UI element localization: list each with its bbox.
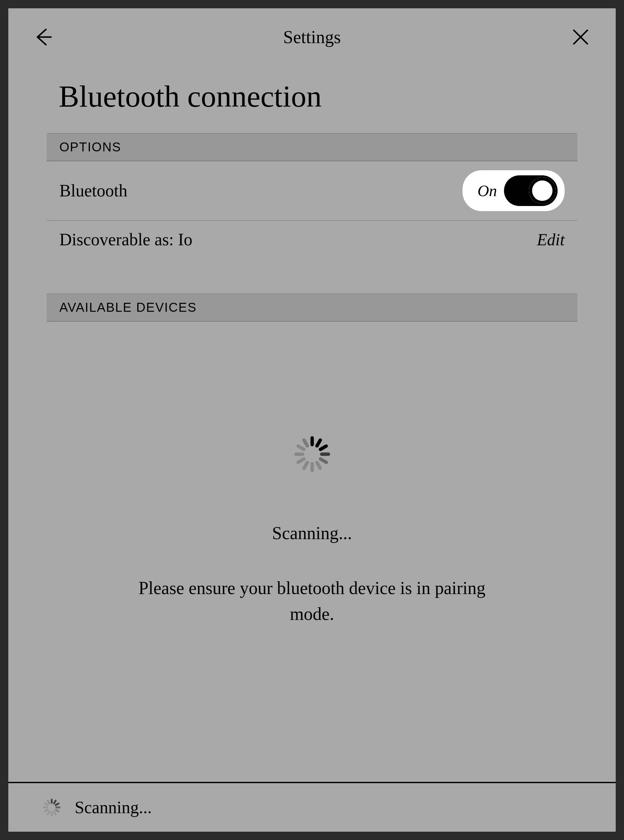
options-section: OPTIONS Bluetooth On Discoverable as: Io…: [8, 133, 616, 258]
bluetooth-label: Bluetooth: [59, 181, 127, 201]
svg-line-7: [317, 440, 320, 446]
svg-line-20: [56, 804, 59, 805]
bluetooth-toggle[interactable]: On: [462, 170, 565, 211]
svg-line-25: [48, 811, 49, 814]
svg-line-4: [298, 446, 304, 450]
toggle-knob-icon: [529, 177, 556, 204]
svg-line-23: [54, 811, 56, 814]
discoverable-label: Discoverable as: Io: [59, 230, 193, 249]
svg-line-5: [304, 440, 307, 446]
svg-line-19: [54, 801, 56, 804]
svg-line-10: [320, 459, 326, 463]
svg-line-8: [320, 446, 326, 450]
header-title: Settings: [56, 27, 568, 47]
arrow-left-icon: [33, 27, 54, 47]
svg-line-17: [48, 801, 49, 804]
scan-area: Scanning... Please ensure your bluetooth…: [8, 322, 616, 782]
section-header-options: OPTIONS: [46, 133, 578, 161]
screen: Settings Bluetooth connection OPTIONS Bl…: [8, 8, 616, 832]
edit-button[interactable]: Edit: [537, 230, 565, 249]
toggle-state-text: On: [477, 181, 497, 200]
spinner-icon: [288, 430, 336, 478]
bluetooth-row: Bluetooth On: [46, 161, 578, 221]
devices-section: AVAILABLE DEVICES: [8, 294, 616, 322]
back-button[interactable]: [31, 24, 56, 50]
svg-line-16: [45, 804, 48, 805]
svg-line-13: [304, 463, 307, 468]
spinner-icon: [40, 796, 63, 819]
svg-line-11: [317, 463, 320, 468]
svg-line-14: [298, 459, 304, 463]
close-icon: [570, 27, 591, 47]
footer-status: Scanning...: [75, 798, 151, 817]
header: Settings: [8, 8, 616, 63]
toggle-track-icon: [504, 175, 558, 206]
section-header-devices: AVAILABLE DEVICES: [46, 294, 578, 322]
scanning-status: Scanning...: [272, 523, 352, 543]
page-title: Bluetooth connection: [8, 63, 616, 133]
svg-line-26: [45, 810, 48, 811]
close-button[interactable]: [568, 24, 593, 50]
device-frame: Settings Bluetooth connection OPTIONS Bl…: [0, 0, 624, 840]
scanning-hint: Please ensure your bluetooth device is i…: [120, 575, 504, 627]
footer: Scanning...: [8, 782, 616, 832]
svg-line-22: [56, 810, 59, 811]
discoverable-row: Discoverable as: Io Edit: [46, 221, 578, 258]
